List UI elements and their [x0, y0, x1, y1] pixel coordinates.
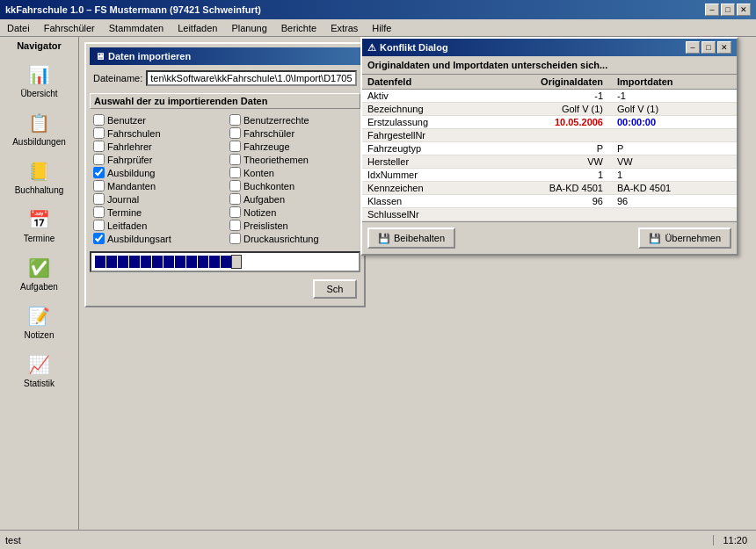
status-time: 11:20	[714, 535, 756, 545]
sidebar-item-statistik[interactable]: 📈Statistik	[4, 346, 75, 393]
table-cell-orig: VW	[487, 155, 612, 169]
checkbox-label: Aufgaben	[244, 194, 285, 205]
sidebar-item-ausbildungen[interactable]: 📋Ausbildungen	[4, 105, 75, 151]
table-row: Klassen9696	[362, 195, 737, 208]
conflict-title-buttons: – □ ✕	[686, 41, 731, 54]
list-item: Mandanten	[93, 180, 221, 191]
checkbox-leitfaden[interactable]	[93, 220, 105, 231]
table-cell-orig: P	[487, 142, 612, 155]
content-area: 🖥 Daten importieren Dateiname: Auswahl d…	[79, 37, 756, 530]
conflict-title: Konflikt Dialog	[380, 42, 448, 53]
import-dialog-icon: 🖥	[95, 51, 105, 61]
beibehalten-button[interactable]: 💾 Beibehalten	[367, 228, 455, 249]
table-cell-import: Golf V (1)	[612, 103, 737, 116]
conflict-title-bar: ⚠ Konflikt Dialog – □ ✕	[362, 39, 737, 56]
menu-item-berichte[interactable]: Berichte	[278, 21, 320, 35]
table-cell-field: Erstzulassung	[362, 116, 487, 129]
checkbox-label: Fahrschulen	[107, 128, 161, 139]
uebernehmen-label: Übernehmen	[665, 233, 721, 243]
table-cell-field: SchlusselNr	[362, 208, 487, 221]
progress-segment	[141, 256, 151, 268]
conflict-maximize-button[interactable]: □	[701, 41, 716, 54]
sidebar-item-termine[interactable]: 📅Termine	[4, 201, 75, 248]
main-window-title: kkFahrschule 1.0 – FS Mustermann (97421 …	[5, 4, 261, 15]
checkbox-label: Benutzerrechte	[244, 115, 309, 126]
table-cell-orig: 1	[487, 169, 612, 182]
conflict-table-container: Datenfeld Originaldaten Importdaten Akti…	[362, 75, 737, 221]
checkbox-mandanten[interactable]	[93, 180, 105, 191]
title-bar-buttons: – □ ✕	[705, 4, 751, 16]
table-cell-field: Hersteller	[362, 155, 487, 169]
checkbox-journal[interactable]	[93, 193, 105, 205]
checkbox-buchkonten[interactable]	[229, 180, 241, 191]
checkbox-label: Mandanten	[107, 181, 156, 191]
menu-item-fahrschüler[interactable]: Fahrschüler	[40, 21, 98, 35]
list-item: Buchkonten	[229, 180, 357, 191]
checkbox-termine[interactable]	[93, 206, 105, 218]
table-cell-import	[612, 208, 737, 221]
sidebar-icon-übersicht: 📊	[25, 61, 54, 89]
checkbox-fahrzeuge[interactable]	[229, 141, 241, 152]
sidebar-label: Notizen	[25, 330, 55, 340]
sidebar-item-notizen[interactable]: 📝Notizen	[4, 298, 75, 344]
checkbox-konten[interactable]	[229, 167, 241, 178]
checkbox-notizen[interactable]	[229, 206, 241, 218]
conflict-close-button[interactable]: ✕	[717, 41, 731, 54]
table-cell-orig: 96	[487, 195, 612, 208]
import-button[interactable]: Sch	[313, 279, 357, 299]
sidebar-item-aufgaben[interactable]: ✅Aufgaben	[4, 249, 75, 296]
checkbox-fahrlehrer[interactable]	[93, 141, 105, 152]
table-row: HerstellerVWVW	[362, 155, 737, 169]
list-item: Ausbildung	[93, 167, 221, 178]
minimize-button[interactable]: –	[705, 4, 719, 16]
progress-area	[90, 251, 360, 272]
cursor-indicator	[231, 255, 242, 269]
maximize-button[interactable]: □	[721, 4, 735, 16]
checkbox-fahrprüfer[interactable]	[93, 154, 105, 165]
checkbox-aufgaben[interactable]	[229, 193, 241, 205]
list-item: Benutzerrechte	[229, 114, 357, 126]
progress-segment	[129, 256, 140, 268]
import-dialog: 🖥 Daten importieren Dateiname: Auswahl d…	[84, 42, 366, 307]
checkbox-ausbildung[interactable]	[93, 167, 105, 178]
conflict-icon: ⚠	[367, 42, 376, 54]
progress-segment	[118, 256, 128, 268]
progress-segment	[164, 256, 174, 268]
checkbox-preislisten[interactable]	[229, 220, 241, 231]
checkbox-benutzerrechte[interactable]	[229, 114, 241, 126]
sidebar-item-buchhaltung[interactable]: 📒Buchhaltung	[4, 153, 75, 199]
uebernehmen-button[interactable]: 💾 Übernehmen	[638, 228, 731, 249]
sidebar-icon-ausbildungen: 📋	[25, 109, 54, 137]
menu-item-datei[interactable]: Datei	[4, 21, 33, 35]
filename-input[interactable]	[146, 70, 357, 86]
checkbox-fahrschulen[interactable]	[93, 127, 105, 139]
table-cell-field: IdxNummer	[362, 169, 487, 182]
menu-item-extras[interactable]: Extras	[327, 21, 361, 35]
close-button[interactable]: ✕	[737, 4, 751, 16]
conflict-title-text: ⚠ Konflikt Dialog	[367, 42, 448, 54]
table-cell-import: BA-KD 4501	[612, 182, 737, 195]
menu-item-hilfe[interactable]: Hilfe	[368, 21, 395, 35]
checkbox-theoriethemen[interactable]	[229, 154, 241, 165]
sidebar-item-uebersicht[interactable]: 📊Übersicht	[4, 56, 75, 103]
checkbox-label: Fahrzeuge	[244, 141, 290, 152]
checkbox-ausbildungsart[interactable]	[93, 233, 105, 244]
checkbox-label: Theoriethemen	[244, 155, 309, 165]
menu-item-stammdaten[interactable]: Stammdaten	[105, 21, 167, 35]
sidebar-label: Aufgaben	[20, 282, 58, 292]
menu-item-planung[interactable]: Planung	[228, 21, 270, 35]
checkbox-benutzer[interactable]	[93, 114, 105, 126]
menu-bar: DateiFahrschülerStammdatenLeitfadenPlanu…	[0, 19, 756, 37]
checkbox-druckausrichtung[interactable]	[229, 233, 241, 244]
table-row: Erstzulassung10.05.200600:00:00	[362, 116, 737, 129]
checkbox-fahrschüler[interactable]	[229, 127, 241, 139]
conflict-minimize-button[interactable]: –	[686, 41, 700, 54]
checkbox-label: Notizen	[244, 207, 276, 218]
menu-item-leitfaden[interactable]: Leitfaden	[174, 21, 221, 35]
list-item: Preislisten	[229, 220, 357, 231]
checkbox-label: Fahrschüler	[244, 128, 294, 139]
uebernehmen-icon: 💾	[649, 233, 661, 244]
conflict-table-body: Aktiv-1-1BezeichnungGolf V (1)Golf V (1)…	[362, 90, 737, 221]
list-item: Notizen	[229, 206, 357, 218]
table-cell-import	[612, 129, 737, 142]
